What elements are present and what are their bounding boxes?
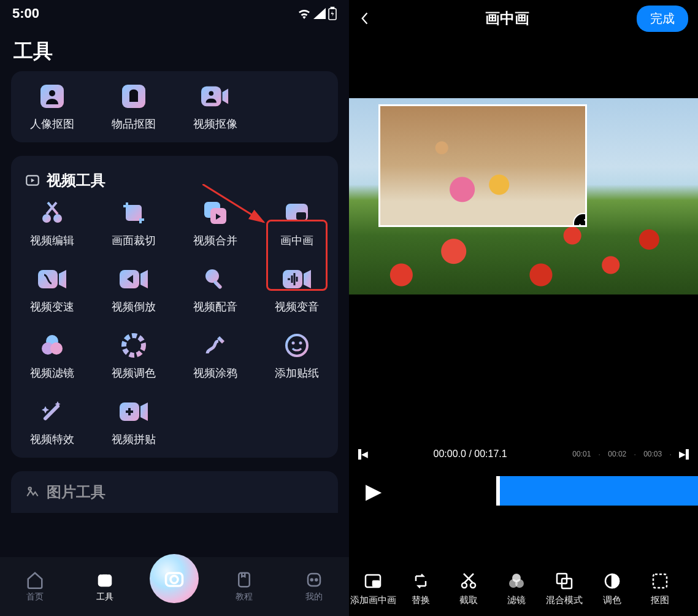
clip-track[interactable] bbox=[398, 472, 698, 509]
tick: 00:01 bbox=[572, 450, 591, 458]
tool-person-cutout[interactable]: 人像抠图 bbox=[11, 82, 93, 131]
seek-end-button[interactable]: ▶▌ bbox=[679, 449, 692, 459]
done-button[interactable]: 完成 bbox=[637, 6, 688, 32]
tool-label: 添加贴纸 bbox=[275, 366, 319, 380]
doodle-icon bbox=[201, 331, 229, 360]
tool-label: 视频配音 bbox=[193, 299, 237, 314]
tool-collage[interactable]: 视频拼贴 bbox=[93, 398, 174, 447]
time-total: 00:17.1 bbox=[474, 449, 507, 459]
tool-label: 视频变音 bbox=[275, 299, 319, 314]
tool-speed[interactable]: 视频变速 bbox=[11, 265, 93, 314]
back-button[interactable] bbox=[359, 12, 377, 25]
svg-rect-18 bbox=[213, 280, 223, 290]
tool-pip[interactable]: 画中画 bbox=[256, 199, 338, 248]
nav-label: 我的 bbox=[305, 591, 323, 603]
camera-icon bbox=[163, 568, 185, 590]
page-title: 工具 bbox=[0, 27, 349, 71]
tool-label: 视频合并 bbox=[193, 233, 237, 248]
tool-object-cutout[interactable]: 物品抠图 bbox=[93, 82, 174, 131]
image-section-icon bbox=[25, 484, 40, 500]
nav-home[interactable]: 首页 bbox=[0, 571, 70, 603]
preview-background bbox=[349, 98, 698, 295]
etool-label: 添加画中画 bbox=[350, 595, 396, 606]
video-tools-card: 视频工具 视频编辑画面裁切视频合并画中画视频变速视频倒放视频配音视频变音视频滤镜… bbox=[11, 156, 338, 458]
capture-button[interactable] bbox=[150, 554, 199, 603]
etool-label: 替换 bbox=[412, 595, 430, 606]
editor-tool-color[interactable]: 调色 bbox=[591, 570, 634, 606]
image-section-title: 图片工具 bbox=[47, 482, 105, 502]
pip-icon bbox=[283, 199, 311, 227]
svg-point-43 bbox=[515, 579, 524, 588]
nav-mine[interactable]: 我的 bbox=[279, 571, 349, 603]
nav-label: 教程 bbox=[236, 591, 253, 603]
timeline-clip[interactable] bbox=[496, 476, 698, 506]
color-icon bbox=[601, 570, 623, 592]
etool-label: 截取 bbox=[459, 595, 478, 606]
svg-point-9 bbox=[53, 214, 62, 223]
filter-icon bbox=[38, 331, 66, 360]
svg-point-8 bbox=[42, 214, 51, 223]
pip-frame[interactable] bbox=[378, 104, 587, 227]
play-button[interactable]: ▶ bbox=[349, 479, 398, 503]
object-cutout-icon bbox=[120, 82, 148, 110]
editor-tool-cut[interactable]: 截取 bbox=[447, 570, 490, 606]
editor-tools-bar: 添加画中画替换截取滤镜混合模式调色抠图蒙 bbox=[349, 560, 698, 616]
editor-tool-replace[interactable]: 替换 bbox=[399, 570, 442, 606]
nav-tools[interactable]: 工具 bbox=[70, 571, 140, 603]
video-edit-icon bbox=[38, 199, 66, 227]
tool-label: 物品抠图 bbox=[112, 117, 156, 131]
card-header-video: 视频工具 bbox=[11, 167, 338, 199]
tool-effects[interactable]: 视频特效 bbox=[11, 398, 93, 447]
cutout-icon bbox=[649, 570, 671, 592]
video-tools-grid: 视频编辑画面裁切视频合并画中画视频变速视频倒放视频配音视频变音视频滤镜视频调色视… bbox=[11, 199, 338, 447]
status-icons bbox=[297, 7, 337, 20]
svg-rect-38 bbox=[373, 581, 379, 586]
pip-content bbox=[380, 106, 585, 225]
tool-voice-change[interactable]: 视频变音 bbox=[256, 265, 338, 314]
editor-tool-cutout[interactable]: 抠图 bbox=[639, 570, 681, 606]
tool-label: 视频特效 bbox=[30, 432, 74, 447]
editor-tool-add-pip[interactable]: 添加画中画 bbox=[351, 570, 394, 606]
tool-doodle[interactable]: 视频涂鸦 bbox=[175, 331, 256, 380]
tool-sticker[interactable]: 添加贴纸 bbox=[256, 331, 338, 380]
dub-icon bbox=[201, 265, 229, 293]
svg-point-28 bbox=[29, 487, 31, 490]
tool-merge[interactable]: 视频合并 bbox=[175, 199, 256, 248]
editor-tool-blend[interactable]: 混合模式 bbox=[543, 570, 586, 606]
wifi-icon bbox=[297, 8, 311, 19]
status-bar: 5:00 bbox=[0, 0, 349, 27]
tool-color[interactable]: 视频调色 bbox=[93, 331, 174, 380]
filter-icon bbox=[505, 570, 527, 592]
tool-filter[interactable]: 视频滤镜 bbox=[11, 331, 93, 380]
voice-change-icon bbox=[283, 265, 311, 293]
svg-point-3 bbox=[49, 90, 55, 96]
tool-crop[interactable]: 画面裁切 bbox=[93, 199, 174, 248]
home-icon bbox=[26, 571, 44, 589]
tool-reverse[interactable]: 视频倒放 bbox=[93, 265, 174, 314]
speed-icon bbox=[38, 265, 66, 293]
tools-icon bbox=[96, 571, 114, 589]
time-readout: 00:00.0 / 00:17.1 bbox=[375, 449, 565, 460]
nav-capture[interactable] bbox=[140, 570, 210, 603]
etool-label: 抠图 bbox=[651, 595, 669, 606]
pip-editor-screen: 画中画 完成 ▐◀ 00:00.0 / 00:17.1 00:01 · 00:0… bbox=[349, 0, 698, 616]
editor-tool-mask[interactable]: 蒙 bbox=[686, 570, 698, 606]
seek-start-button[interactable]: ▐◀ bbox=[355, 449, 368, 459]
svg-rect-14 bbox=[296, 212, 306, 220]
editor-tool-filter[interactable]: 滤镜 bbox=[495, 570, 538, 606]
svg-point-35 bbox=[311, 579, 313, 581]
nav-tutorials[interactable]: 教程 bbox=[209, 571, 279, 603]
tools-screen: 5:00 工具 人像抠图 物品抠图 bbox=[0, 0, 349, 616]
merge-icon bbox=[201, 199, 229, 227]
tool-video-edit[interactable]: 视频编辑 bbox=[11, 199, 93, 248]
tool-label: 视频拼贴 bbox=[112, 432, 156, 447]
resize-icon bbox=[578, 218, 587, 227]
svg-point-22 bbox=[50, 342, 63, 355]
tool-label: 画面裁切 bbox=[112, 233, 156, 248]
svg-rect-34 bbox=[308, 574, 320, 586]
tool-dub[interactable]: 视频配音 bbox=[175, 265, 256, 314]
cut-icon bbox=[458, 570, 480, 592]
tool-video-matting[interactable]: 视频抠像 bbox=[175, 82, 256, 131]
preview-area[interactable] bbox=[349, 37, 698, 356]
svg-point-40 bbox=[470, 583, 475, 588]
